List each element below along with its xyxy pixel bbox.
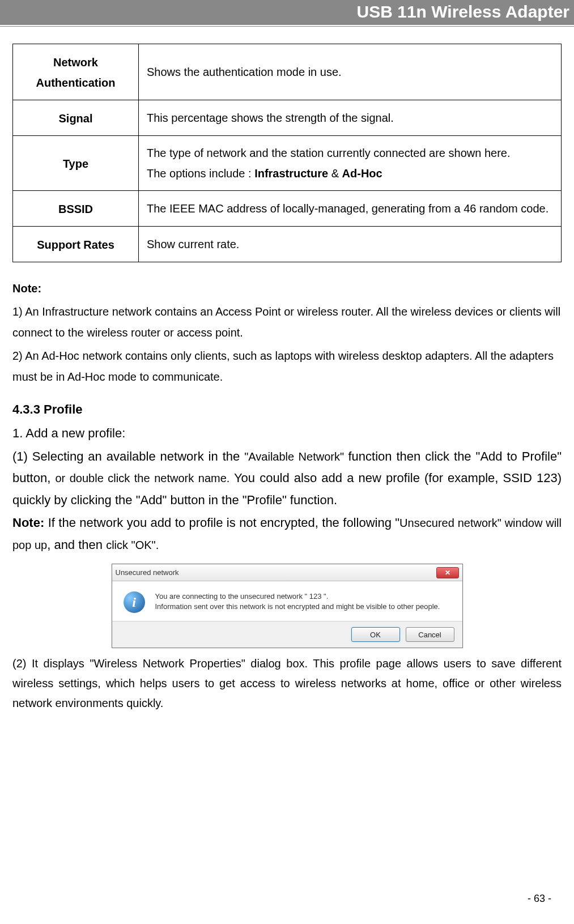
unsecured-network-dialog: Unsecured network ✕ i You are connecting… — [112, 564, 463, 648]
note-line-1: 1) An Infrastructure network contains an… — [12, 301, 562, 343]
row-desc: Shows the authentication mode in use. — [139, 44, 562, 100]
p3-b: If the network you add to profile is not… — [48, 516, 399, 530]
row-desc: The type of network and the station curr… — [139, 136, 562, 191]
header-divider — [0, 26, 574, 27]
section-p1: 1. Add a new profile: — [12, 423, 562, 445]
info-icon: i — [124, 591, 145, 613]
note-line-2: 2) An Ad-Hoc network contains only clien… — [12, 346, 562, 388]
row-desc: This percentage shows the strength of th… — [139, 100, 562, 136]
row-label: Signal — [13, 100, 139, 136]
row-label: Support Rates — [13, 227, 139, 262]
type-desc-line2-prefix: The options include : — [147, 167, 254, 180]
p3-e: click "OK". — [106, 539, 159, 551]
dialog-title: Unsecured network — [116, 568, 179, 577]
p2-a: (1) Selecting an available network in th… — [12, 449, 244, 463]
note-heading: Note: — [12, 278, 562, 299]
row-label: Type — [13, 136, 139, 191]
dialog-footer: OK Cancel — [112, 621, 462, 648]
row-label: BSSID — [13, 191, 139, 227]
section-p4: (2) It displays "Wireless Network Proper… — [12, 654, 562, 713]
p2-d: or double click the network name. — [55, 472, 234, 484]
specification-table: Network Authentication Shows the authent… — [12, 44, 562, 262]
page-header: USB 11n Wireless Adapter — [0, 0, 574, 25]
table-row: Support Rates Show current rate. — [13, 227, 562, 262]
table-row: BSSID The IEEE MAC address of locally-ma… — [13, 191, 562, 227]
section-p2: (1) Selecting an available network in th… — [12, 446, 562, 512]
p3-a: Note: — [12, 516, 48, 530]
dialog-message: You are connecting to the unsecured netw… — [155, 591, 440, 613]
type-amp: & — [328, 167, 342, 180]
close-icon: ✕ — [445, 569, 450, 577]
type-desc-line1: The type of network and the station curr… — [147, 147, 510, 159]
header-title: USB 11n Wireless Adapter — [357, 2, 569, 21]
close-button[interactable]: ✕ — [436, 567, 459, 578]
type-option-infrastructure: Infrastructure — [254, 167, 328, 180]
p3-d: , and then — [47, 538, 106, 552]
row-desc: The IEEE MAC address of locally-managed,… — [139, 191, 562, 227]
dialog-body: i You are connecting to the unsecured ne… — [112, 581, 462, 621]
dialog-line1: You are connecting to the unsecured netw… — [155, 592, 329, 601]
ok-button-label: OK — [370, 631, 381, 639]
type-option-adhoc: Ad-Hoc — [342, 167, 382, 180]
table-row: Signal This percentage shows the strengt… — [13, 100, 562, 136]
row-label: Network Authentication — [13, 44, 139, 100]
section-heading: 4.3.3 Profile — [12, 402, 562, 417]
row-desc: Show current rate. — [139, 227, 562, 262]
section-p3: Note: If the network you add to profile … — [12, 512, 562, 556]
page-number: - 63 - — [528, 893, 551, 905]
cancel-button[interactable]: Cancel — [406, 627, 454, 642]
dialog-titlebar: Unsecured network ✕ — [112, 564, 462, 581]
p2-b: "Available Network" — [244, 450, 348, 463]
cancel-button-label: Cancel — [418, 631, 441, 639]
dialog-line2: Information sent over this network is no… — [155, 602, 440, 611]
table-row: Network Authentication Shows the authent… — [13, 44, 562, 100]
ok-button[interactable]: OK — [351, 627, 400, 642]
table-row: Type The type of network and the station… — [13, 136, 562, 191]
